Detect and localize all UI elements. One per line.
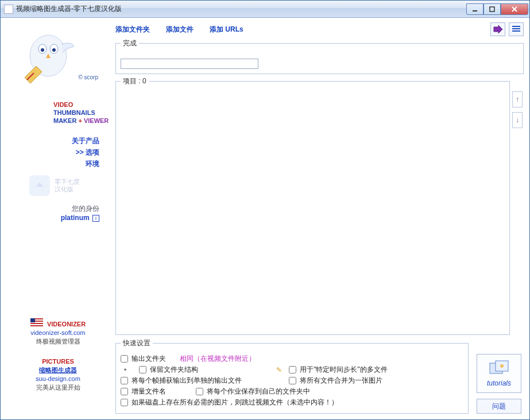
logo-word-maker: MAKER: [53, 117, 76, 124]
minimize-button[interactable]: [466, 3, 483, 15]
copyright-label: © scorp: [78, 74, 98, 80]
pictures-subtitle[interactable]: 缩略图生成器: [6, 366, 110, 375]
inc-name-label: 增量文件名: [131, 387, 166, 396]
flag-icon: [30, 318, 43, 326]
complete-fieldset: 完成: [115, 38, 524, 74]
identity-label: 您的身份: [6, 204, 99, 214]
svg-marker-10: [36, 182, 43, 187]
videonizer-link[interactable]: videonizer-soft.com: [6, 329, 110, 337]
sidebar-spacer: [6, 222, 110, 318]
close-button[interactable]: [501, 3, 528, 15]
minimize-icon: [472, 6, 478, 12]
logo-word-thumbnails: THUMBNAILS: [53, 109, 95, 116]
add-file-link[interactable]: 添加文件: [166, 25, 194, 34]
maximize-icon: [489, 6, 495, 12]
nav-environment[interactable]: 环境: [6, 158, 99, 169]
quick-row-inc-name: 增量文件名 将每个作业保存到自己的文件夹中: [121, 387, 463, 396]
merge-one-checkbox[interactable]: [289, 377, 296, 384]
skip-if-label: 如果磁盘上存在所有必需的图片，则跳过视频文件（未选中内容！）: [131, 398, 338, 407]
question-label: 问题: [492, 402, 506, 411]
svg-rect-16: [30, 318, 35, 322]
owl-icon: [17, 27, 80, 90]
svg-rect-15: [30, 325, 43, 326]
keep-structure-label: 保留文件夹结构: [150, 365, 198, 375]
translation-credit-text: 零下七度 汉化版: [55, 178, 80, 193]
run-arrow-icon: [493, 25, 503, 34]
nav-about[interactable]: 关于产品: [6, 135, 99, 147]
svg-rect-18: [512, 26, 520, 27]
quick-row-keep-structure: • 保留文件夹结构 ✎ 用于"特定时间步长"的多文件: [121, 365, 463, 375]
output-folder-same-label[interactable]: 相同（在视频文件附近）: [180, 354, 256, 364]
videonizer-promo: VIDEONIZER videonizer-soft.com 终极视频管理器: [6, 318, 110, 346]
add-folder-link[interactable]: 添加文件夹: [115, 25, 150, 34]
for-time-checkbox[interactable]: [289, 366, 296, 373]
merge-one-label: 将所有文件合并为一张图片: [300, 376, 382, 386]
mid-row: 项目 : 0 ↑ ↓: [115, 74, 524, 335]
move-down-button[interactable]: ↓: [512, 112, 523, 128]
credit-line2: 汉化版: [55, 186, 80, 193]
tutorials-label: tutorials: [487, 379, 511, 387]
svg-rect-0: [473, 10, 477, 11]
quick-row-output-folder: 输出文件夹 相同（在视频文件附近）: [121, 354, 463, 364]
run-button[interactable]: [490, 22, 505, 36]
logo-word-viewer: VIEWER: [84, 117, 109, 124]
logo-area: © scorp: [6, 22, 104, 97]
svg-point-23: [500, 364, 504, 368]
maximize-button[interactable]: [483, 3, 501, 15]
nav-options[interactable]: >> 选项: [6, 147, 99, 158]
each-frame-label: 将每个帧捕获输出到单独的输出文件: [131, 376, 242, 386]
bullet-icon: •: [124, 366, 126, 374]
credit-line1: 零下七度: [55, 178, 80, 186]
list-view-button[interactable]: [509, 22, 524, 36]
complete-input[interactable]: [121, 59, 258, 69]
info-icon[interactable]: i: [92, 215, 99, 222]
output-folder-checkbox[interactable]: [121, 355, 128, 363]
bottom-row: 快速设置 输出文件夹 相同（在视频文件附近） • 保留文件夹结构 ✎: [115, 335, 524, 414]
quick-row-skip: 如果磁盘上存在所有必需的图片，则跳过视频文件（未选中内容！）: [121, 398, 463, 407]
client-area: © scorp VIDEO THUMBNAILS MAKER + VIEWER …: [1, 18, 529, 419]
nav-links: 关于产品 >> 选项 环境: [6, 135, 110, 169]
svg-point-7: [41, 48, 44, 52]
svg-point-8: [52, 48, 56, 52]
arrow-down-icon: ↓: [516, 116, 519, 124]
main-area: 添加文件夹 添加文件 添加 URLs 完成 项目 : 0: [115, 22, 524, 414]
identity-block: 您的身份 platinum i: [6, 204, 110, 222]
videonizer-title: VIDEONIZER: [47, 321, 86, 327]
keep-structure-checkbox[interactable]: [139, 366, 146, 373]
quick-legend: 快速设置: [121, 338, 153, 348]
up-arrow-icon: [29, 175, 50, 196]
sidebar: © scorp VIDEO THUMBNAILS MAKER + VIEWER …: [6, 22, 115, 414]
titlebar: 视频缩略图生成器-零下七度汉化版: [1, 1, 529, 18]
videonizer-desc: 终极视频管理器: [6, 337, 110, 346]
complete-legend: 完成: [121, 38, 139, 48]
pictures-title: PICTURES: [6, 357, 110, 366]
pencil-icon[interactable]: ✎: [276, 366, 282, 374]
pictures-link[interactable]: suu-design.com: [6, 375, 110, 383]
logo-word-plus: +: [78, 117, 82, 124]
items-legend: 项目 : 0: [121, 76, 149, 86]
svg-rect-14: [30, 323, 43, 324]
question-button[interactable]: 问题: [477, 399, 521, 414]
for-time-label: 用于"特定时间步长"的多文件: [300, 365, 388, 375]
each-job-folder-checkbox[interactable]: [196, 388, 203, 395]
svg-rect-20: [512, 30, 520, 32]
items-list[interactable]: [121, 92, 505, 330]
window-controls: [466, 3, 528, 15]
pictures-desc: 完美从这里开始: [6, 383, 110, 392]
window-title: 视频缩略图生成器-零下七度汉化版: [16, 4, 466, 14]
inc-name-checkbox[interactable]: [121, 388, 128, 395]
move-up-button[interactable]: ↑: [512, 91, 523, 107]
add-urls-link[interactable]: 添加 URLs: [210, 25, 243, 34]
skip-if-checkbox[interactable]: [121, 399, 128, 406]
close-icon: [511, 6, 518, 13]
svg-marker-17: [494, 25, 502, 33]
top-actions-row: 添加文件夹 添加文件 添加 URLs: [115, 22, 524, 36]
translation-credit: 零下七度 汉化版: [6, 175, 110, 196]
svg-rect-19: [512, 28, 520, 29]
app-window: 视频缩略图生成器-零下七度汉化版: [0, 0, 530, 420]
identity-value: platinum: [61, 214, 90, 222]
tutorials-button[interactable]: tutorials: [477, 354, 521, 393]
tutorials-icon: [488, 360, 510, 379]
each-frame-checkbox[interactable]: [121, 377, 128, 384]
arrow-up-icon: ↑: [516, 95, 519, 103]
